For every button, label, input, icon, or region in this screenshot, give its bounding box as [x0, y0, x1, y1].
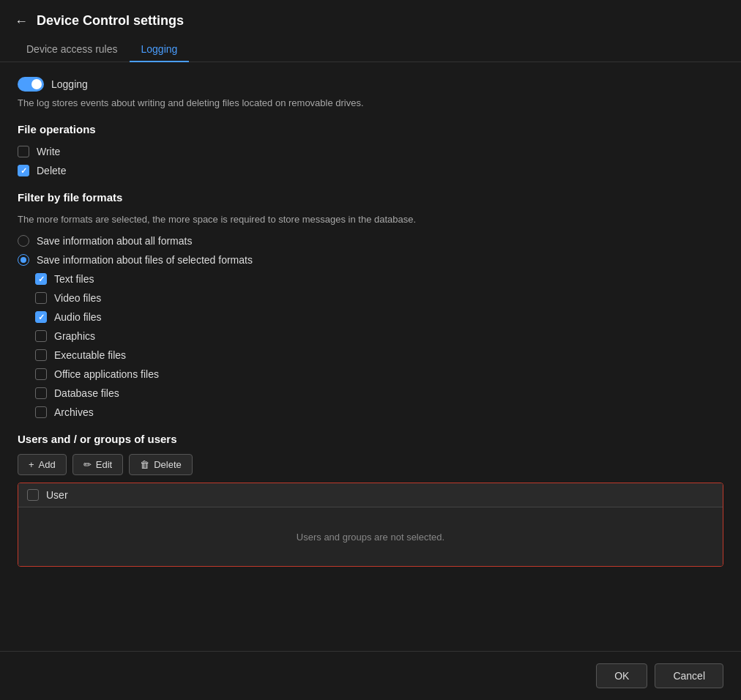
all-formats-row: Save information about all formats	[18, 235, 723, 247]
users-table-header: User	[18, 483, 723, 507]
users-toolbar: + Add ✏ Edit 🗑 Delete	[18, 454, 723, 475]
tabs-bar: Device access rules Logging	[0, 29, 741, 62]
selected-formats-row: Save information about files of selected…	[18, 254, 723, 266]
text-files-row: Text files	[35, 273, 723, 285]
graphics-checkbox[interactable]	[35, 330, 47, 342]
footer: OK Cancel	[0, 651, 741, 700]
text-files-checkbox[interactable]	[35, 273, 47, 285]
filter-description: The more formats are selected, the more …	[18, 214, 723, 225]
video-files-row: Video files	[35, 292, 723, 304]
audio-files-label: Audio files	[54, 311, 102, 323]
delete-button[interactable]: 🗑 Delete	[129, 454, 193, 475]
logging-description: The log stores events about writing and …	[18, 97, 723, 108]
logging-toggle-row: Logging	[18, 77, 723, 92]
add-label: Add	[39, 459, 56, 470]
delete-label: Delete	[37, 165, 66, 176]
users-section-title: Users and / or groups of users	[18, 433, 723, 445]
ok-button[interactable]: OK	[596, 663, 647, 688]
all-formats-radio[interactable]	[18, 235, 29, 247]
file-operations-title: File operations	[18, 123, 723, 135]
text-files-label: Text files	[54, 273, 94, 285]
back-button[interactable]: ←	[15, 15, 28, 28]
database-files-row: Database files	[35, 387, 723, 399]
video-files-label: Video files	[54, 292, 101, 304]
pencil-icon: ✏	[83, 459, 92, 470]
database-files-label: Database files	[54, 387, 119, 399]
tab-logging[interactable]: Logging	[130, 37, 190, 62]
add-button[interactable]: + Add	[18, 454, 67, 475]
tab-device-access-rules[interactable]: Device access rules	[15, 37, 130, 62]
plus-icon: +	[29, 459, 34, 470]
graphics-label: Graphics	[54, 330, 95, 342]
filter-title: Filter by file formats	[18, 191, 723, 204]
write-checkbox[interactable]	[18, 146, 29, 157]
executable-files-row: Executable files	[35, 349, 723, 361]
edit-button[interactable]: ✏ Edit	[72, 454, 123, 475]
user-column-header: User	[46, 489, 68, 501]
page-title: Device Control settings	[37, 13, 184, 29]
header: ← Device Control settings	[0, 0, 741, 29]
selected-formats-label: Save information about files of selected…	[37, 254, 253, 266]
trash-icon: 🗑	[140, 459, 149, 470]
users-table-empty-message: Users and groups are not selected.	[18, 507, 723, 566]
office-files-checkbox[interactable]	[35, 368, 47, 380]
executable-files-label: Executable files	[54, 349, 126, 361]
archives-row: Archives	[35, 406, 723, 418]
delete-checkbox[interactable]	[18, 165, 29, 176]
office-files-label: Office applications files	[54, 368, 159, 380]
archives-label: Archives	[54, 406, 94, 418]
delete-label: Delete	[154, 459, 182, 470]
users-table: User Users and groups are not selected.	[18, 483, 723, 567]
write-row: Write	[18, 146, 723, 157]
user-header-checkbox[interactable]	[27, 489, 39, 501]
cancel-button[interactable]: Cancel	[655, 663, 723, 688]
database-files-checkbox[interactable]	[35, 387, 47, 399]
content-area: Logging The log stores events about writ…	[0, 62, 741, 581]
audio-files-row: Audio files	[35, 311, 723, 323]
video-files-checkbox[interactable]	[35, 292, 47, 304]
delete-row: Delete	[18, 165, 723, 176]
users-section: Users and / or groups of users + Add ✏ E…	[18, 433, 723, 567]
filter-section: Filter by file formats The more formats …	[18, 191, 723, 418]
office-files-row: Office applications files	[35, 368, 723, 380]
audio-files-checkbox[interactable]	[35, 311, 47, 323]
archives-checkbox[interactable]	[35, 406, 47, 418]
all-formats-label: Save information about all formats	[37, 235, 192, 247]
logging-toggle[interactable]	[18, 77, 44, 92]
executable-files-checkbox[interactable]	[35, 349, 47, 361]
logging-label: Logging	[51, 78, 88, 90]
selected-formats-radio[interactable]	[18, 254, 29, 266]
graphics-row: Graphics	[35, 330, 723, 342]
write-label: Write	[37, 146, 60, 157]
file-operations-section: File operations Write Delete	[18, 123, 723, 176]
edit-label: Edit	[96, 459, 112, 470]
